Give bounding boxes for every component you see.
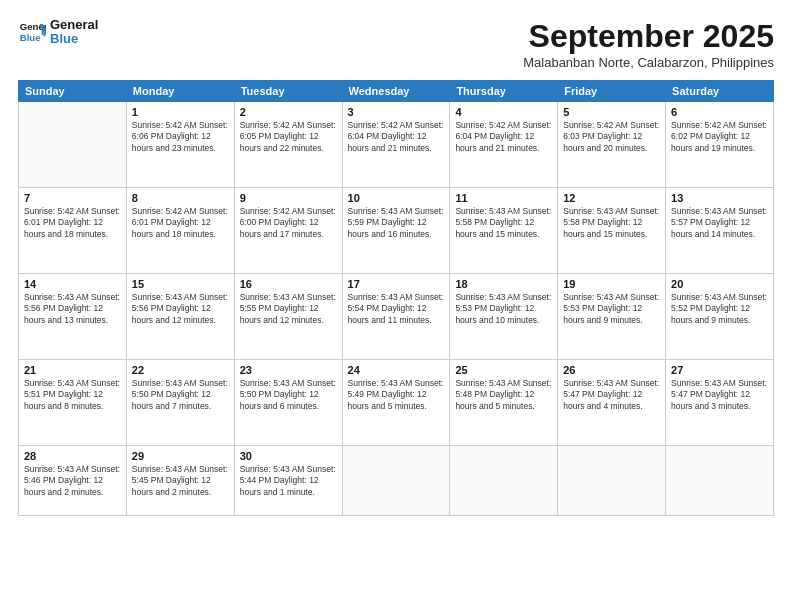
logo-icon: General Blue bbox=[18, 18, 46, 46]
col-tuesday: Tuesday bbox=[234, 81, 342, 102]
table-row: 11Sunrise: 5:43 AM Sunset: 5:58 PM Dayli… bbox=[450, 188, 558, 274]
day-info: Sunrise: 5:42 AM Sunset: 6:04 PM Dayligh… bbox=[348, 120, 445, 154]
day-number: 24 bbox=[348, 364, 445, 376]
table-row: 14Sunrise: 5:43 AM Sunset: 5:56 PM Dayli… bbox=[19, 274, 127, 360]
day-number: 27 bbox=[671, 364, 768, 376]
table-row bbox=[558, 446, 666, 516]
day-number: 21 bbox=[24, 364, 121, 376]
table-row: 21Sunrise: 5:43 AM Sunset: 5:51 PM Dayli… bbox=[19, 360, 127, 446]
table-row bbox=[342, 446, 450, 516]
table-row bbox=[666, 446, 774, 516]
day-number: 14 bbox=[24, 278, 121, 290]
day-info: Sunrise: 5:43 AM Sunset: 5:45 PM Dayligh… bbox=[132, 464, 229, 498]
day-info: Sunrise: 5:42 AM Sunset: 6:06 PM Dayligh… bbox=[132, 120, 229, 154]
calendar-page: General Blue General Blue September 2025… bbox=[0, 0, 792, 612]
day-number: 28 bbox=[24, 450, 121, 462]
day-number: 25 bbox=[455, 364, 552, 376]
table-row: 18Sunrise: 5:43 AM Sunset: 5:53 PM Dayli… bbox=[450, 274, 558, 360]
day-number: 13 bbox=[671, 192, 768, 204]
col-thursday: Thursday bbox=[450, 81, 558, 102]
day-info: Sunrise: 5:43 AM Sunset: 5:53 PM Dayligh… bbox=[563, 292, 660, 326]
day-info: Sunrise: 5:43 AM Sunset: 5:50 PM Dayligh… bbox=[240, 378, 337, 412]
day-info: Sunrise: 5:43 AM Sunset: 5:47 PM Dayligh… bbox=[671, 378, 768, 412]
day-number: 16 bbox=[240, 278, 337, 290]
table-row: 29Sunrise: 5:43 AM Sunset: 5:45 PM Dayli… bbox=[126, 446, 234, 516]
table-row: 25Sunrise: 5:43 AM Sunset: 5:48 PM Dayli… bbox=[450, 360, 558, 446]
day-number: 9 bbox=[240, 192, 337, 204]
day-info: Sunrise: 5:43 AM Sunset: 5:51 PM Dayligh… bbox=[24, 378, 121, 412]
day-info: Sunrise: 5:43 AM Sunset: 5:54 PM Dayligh… bbox=[348, 292, 445, 326]
day-number: 7 bbox=[24, 192, 121, 204]
day-info: Sunrise: 5:42 AM Sunset: 6:00 PM Dayligh… bbox=[240, 206, 337, 240]
day-number: 3 bbox=[348, 106, 445, 118]
day-info: Sunrise: 5:43 AM Sunset: 5:58 PM Dayligh… bbox=[563, 206, 660, 240]
table-row: 4Sunrise: 5:42 AM Sunset: 6:04 PM Daylig… bbox=[450, 102, 558, 188]
day-number: 2 bbox=[240, 106, 337, 118]
day-number: 22 bbox=[132, 364, 229, 376]
day-info: Sunrise: 5:43 AM Sunset: 5:56 PM Dayligh… bbox=[132, 292, 229, 326]
day-number: 1 bbox=[132, 106, 229, 118]
table-row: 28Sunrise: 5:43 AM Sunset: 5:46 PM Dayli… bbox=[19, 446, 127, 516]
day-info: Sunrise: 5:43 AM Sunset: 5:57 PM Dayligh… bbox=[671, 206, 768, 240]
day-number: 10 bbox=[348, 192, 445, 204]
day-info: Sunrise: 5:43 AM Sunset: 5:47 PM Dayligh… bbox=[563, 378, 660, 412]
day-number: 5 bbox=[563, 106, 660, 118]
day-info: Sunrise: 5:43 AM Sunset: 5:53 PM Dayligh… bbox=[455, 292, 552, 326]
table-row: 15Sunrise: 5:43 AM Sunset: 5:56 PM Dayli… bbox=[126, 274, 234, 360]
logo: General Blue General Blue bbox=[18, 18, 98, 47]
day-number: 17 bbox=[348, 278, 445, 290]
table-row: 1Sunrise: 5:42 AM Sunset: 6:06 PM Daylig… bbox=[126, 102, 234, 188]
day-number: 15 bbox=[132, 278, 229, 290]
logo-text: General bbox=[50, 18, 98, 32]
col-sunday: Sunday bbox=[19, 81, 127, 102]
table-row: 17Sunrise: 5:43 AM Sunset: 5:54 PM Dayli… bbox=[342, 274, 450, 360]
col-monday: Monday bbox=[126, 81, 234, 102]
day-number: 12 bbox=[563, 192, 660, 204]
day-info: Sunrise: 5:43 AM Sunset: 5:44 PM Dayligh… bbox=[240, 464, 337, 498]
title-block: September 2025 Malabanban Norte, Calabar… bbox=[523, 18, 774, 70]
table-row: 12Sunrise: 5:43 AM Sunset: 5:58 PM Dayli… bbox=[558, 188, 666, 274]
day-info: Sunrise: 5:42 AM Sunset: 6:01 PM Dayligh… bbox=[132, 206, 229, 240]
day-info: Sunrise: 5:43 AM Sunset: 5:59 PM Dayligh… bbox=[348, 206, 445, 240]
day-info: Sunrise: 5:43 AM Sunset: 5:55 PM Dayligh… bbox=[240, 292, 337, 326]
col-wednesday: Wednesday bbox=[342, 81, 450, 102]
day-number: 4 bbox=[455, 106, 552, 118]
day-number: 18 bbox=[455, 278, 552, 290]
day-number: 19 bbox=[563, 278, 660, 290]
table-row: 19Sunrise: 5:43 AM Sunset: 5:53 PM Dayli… bbox=[558, 274, 666, 360]
table-row: 13Sunrise: 5:43 AM Sunset: 5:57 PM Dayli… bbox=[666, 188, 774, 274]
location: Malabanban Norte, Calabarzon, Philippine… bbox=[523, 55, 774, 70]
day-info: Sunrise: 5:43 AM Sunset: 5:48 PM Dayligh… bbox=[455, 378, 552, 412]
calendar-header-row: Sunday Monday Tuesday Wednesday Thursday… bbox=[19, 81, 774, 102]
table-row: 2Sunrise: 5:42 AM Sunset: 6:05 PM Daylig… bbox=[234, 102, 342, 188]
svg-text:Blue: Blue bbox=[20, 32, 41, 43]
day-info: Sunrise: 5:42 AM Sunset: 6:03 PM Dayligh… bbox=[563, 120, 660, 154]
table-row: 9Sunrise: 5:42 AM Sunset: 6:00 PM Daylig… bbox=[234, 188, 342, 274]
month-title: September 2025 bbox=[523, 18, 774, 55]
table-row: 24Sunrise: 5:43 AM Sunset: 5:49 PM Dayli… bbox=[342, 360, 450, 446]
page-header: General Blue General Blue September 2025… bbox=[18, 18, 774, 70]
day-info: Sunrise: 5:42 AM Sunset: 6:02 PM Dayligh… bbox=[671, 120, 768, 154]
day-info: Sunrise: 5:43 AM Sunset: 5:49 PM Dayligh… bbox=[348, 378, 445, 412]
day-number: 29 bbox=[132, 450, 229, 462]
day-number: 8 bbox=[132, 192, 229, 204]
day-info: Sunrise: 5:42 AM Sunset: 6:05 PM Dayligh… bbox=[240, 120, 337, 154]
table-row: 20Sunrise: 5:43 AM Sunset: 5:52 PM Dayli… bbox=[666, 274, 774, 360]
day-info: Sunrise: 5:43 AM Sunset: 5:58 PM Dayligh… bbox=[455, 206, 552, 240]
table-row: 5Sunrise: 5:42 AM Sunset: 6:03 PM Daylig… bbox=[558, 102, 666, 188]
table-row: 22Sunrise: 5:43 AM Sunset: 5:50 PM Dayli… bbox=[126, 360, 234, 446]
day-info: Sunrise: 5:43 AM Sunset: 5:46 PM Dayligh… bbox=[24, 464, 121, 498]
table-row: 3Sunrise: 5:42 AM Sunset: 6:04 PM Daylig… bbox=[342, 102, 450, 188]
day-info: Sunrise: 5:43 AM Sunset: 5:50 PM Dayligh… bbox=[132, 378, 229, 412]
table-row: 23Sunrise: 5:43 AM Sunset: 5:50 PM Dayli… bbox=[234, 360, 342, 446]
day-number: 11 bbox=[455, 192, 552, 204]
table-row: 7Sunrise: 5:42 AM Sunset: 6:01 PM Daylig… bbox=[19, 188, 127, 274]
table-row: 8Sunrise: 5:42 AM Sunset: 6:01 PM Daylig… bbox=[126, 188, 234, 274]
calendar-table: Sunday Monday Tuesday Wednesday Thursday… bbox=[18, 80, 774, 516]
day-number: 26 bbox=[563, 364, 660, 376]
table-row bbox=[19, 102, 127, 188]
day-info: Sunrise: 5:42 AM Sunset: 6:04 PM Dayligh… bbox=[455, 120, 552, 154]
day-info: Sunrise: 5:42 AM Sunset: 6:01 PM Dayligh… bbox=[24, 206, 121, 240]
day-info: Sunrise: 5:43 AM Sunset: 5:56 PM Dayligh… bbox=[24, 292, 121, 326]
day-number: 30 bbox=[240, 450, 337, 462]
